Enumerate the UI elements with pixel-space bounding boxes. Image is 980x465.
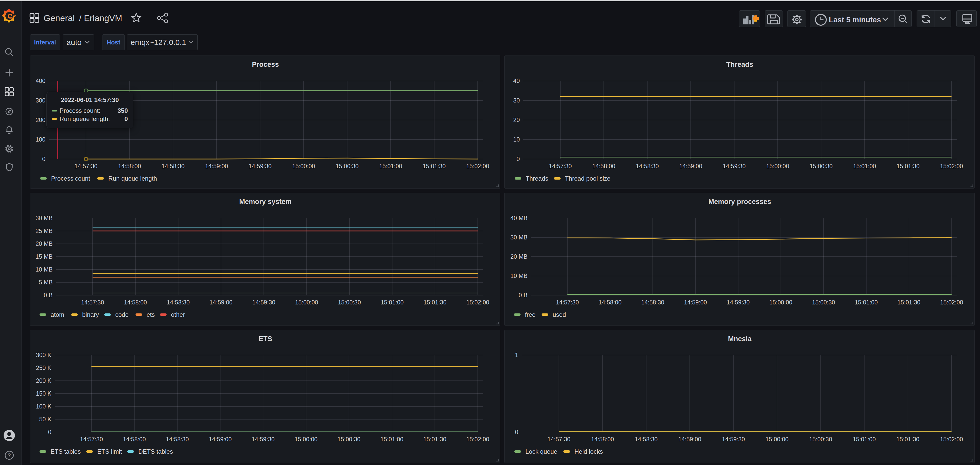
svg-text:14:59:30: 14:59:30 [727,299,750,306]
svg-text:Process: Process [252,61,279,68]
svg-text:15:01:30: 15:01:30 [423,436,446,443]
svg-text:Threads: Threads [726,61,753,68]
svg-text:150 K: 150 K [36,390,52,397]
svg-text:10 MB: 10 MB [36,266,52,273]
svg-text:0: 0 [42,156,45,162]
svg-text:free: free [525,311,535,318]
svg-text:20 MB: 20 MB [511,253,528,260]
svg-text:15:02:00: 15:02:00 [466,163,489,169]
svg-text:14:57:30: 14:57:30 [80,436,103,443]
svg-text:5 MB: 5 MB [39,279,52,286]
svg-text:15:01:30: 15:01:30 [896,436,920,443]
svg-text:ETS tables: ETS tables [51,448,81,455]
svg-text:100 K: 100 K [36,403,52,410]
svg-text:14:58:00: 14:58:00 [118,163,141,169]
svg-text:400: 400 [36,78,45,84]
svg-text:15:01:00: 15:01:00 [381,299,404,306]
svg-text:15:00:30: 15:00:30 [336,163,359,169]
svg-text:15:02:00: 15:02:00 [940,436,963,443]
svg-text:15:01:30: 15:01:30 [423,299,447,306]
svg-text:15:01:00: 15:01:00 [379,163,402,169]
svg-text:Lock queue: Lock queue [525,448,557,455]
svg-text:250 K: 250 K [36,364,52,371]
svg-text:ets: ets [146,311,155,318]
svg-text:14:59:00: 14:59:00 [684,299,707,306]
svg-text:200 K: 200 K [36,377,52,384]
svg-text:15:01:00: 15:01:00 [380,436,404,443]
svg-text:15:01:30: 15:01:30 [897,163,920,169]
svg-text:20 MB: 20 MB [36,240,52,247]
svg-text:14:58:00: 14:58:00 [591,436,614,443]
svg-text:14:59:30: 14:59:30 [722,436,745,443]
svg-text:50 K: 50 K [39,416,52,423]
svg-text:Mnesia: Mnesia [728,335,752,343]
svg-text:14:58:00: 14:58:00 [592,163,616,169]
svg-text:15:00:00: 15:00:00 [769,299,792,306]
svg-text:14:59:30: 14:59:30 [251,436,275,443]
svg-text:14:57:30: 14:57:30 [549,163,572,169]
svg-text:14:57:30: 14:57:30 [75,163,97,169]
svg-text:15:02:00: 15:02:00 [466,299,490,306]
svg-text:20: 20 [513,117,520,123]
svg-text:Thread pool size: Thread pool size [565,175,610,182]
svg-text:15:02:00: 15:02:00 [940,163,963,169]
svg-text:Run queue length: Run queue length [108,175,157,182]
svg-text:14:58:30: 14:58:30 [161,163,185,169]
svg-text:14:58:00: 14:58:00 [123,436,146,443]
svg-text:14:58:30: 14:58:30 [636,163,659,169]
svg-text:30 MB: 30 MB [511,234,528,241]
svg-text:ETS limit: ETS limit [97,448,122,455]
svg-text:Memory processes: Memory processes [708,198,771,206]
svg-text:?: ? [8,452,11,459]
svg-text:15:00:00: 15:00:00 [765,436,789,443]
svg-text:15:02:00: 15:02:00 [466,436,490,443]
svg-text:15:00:00: 15:00:00 [295,299,318,306]
svg-text:15:01:00: 15:01:00 [853,436,876,443]
svg-text:15:00:00: 15:00:00 [295,436,318,443]
svg-text:14:58:30: 14:58:30 [641,299,664,306]
svg-text:100: 100 [36,136,45,143]
svg-text:14:59:00: 14:59:00 [678,436,702,443]
svg-text:Threads: Threads [526,175,548,182]
svg-text:binary: binary [82,311,99,318]
svg-text:14:59:30: 14:59:30 [252,299,275,306]
svg-text:14:59:00: 14:59:00 [209,436,232,443]
svg-text:atom: atom [51,311,64,318]
svg-text:200: 200 [36,117,45,123]
svg-text:DETS tables: DETS tables [138,448,173,455]
svg-text:30 MB: 30 MB [36,215,52,221]
svg-text:15:00:30: 15:00:30 [810,163,833,169]
svg-text:15:01:30: 15:01:30 [897,299,920,306]
svg-text:General: General [44,13,75,23]
svg-text:15:00:00: 15:00:00 [766,163,789,169]
svg-text:14:58:30: 14:58:30 [635,436,658,443]
svg-text:300: 300 [36,97,45,104]
svg-text:0 B: 0 B [44,292,52,299]
svg-text:0: 0 [515,429,518,435]
svg-text:10 MB: 10 MB [511,273,528,279]
svg-text:14:59:30: 14:59:30 [723,163,746,169]
svg-text:14:58:30: 14:58:30 [167,299,190,306]
svg-text:15:00:00: 15:00:00 [292,163,315,169]
svg-text:40 MB: 40 MB [511,215,528,221]
svg-text:14:57:30: 14:57:30 [556,299,579,306]
svg-text:14:59:30: 14:59:30 [249,163,272,169]
svg-text:other: other [171,311,185,318]
svg-text:15:00:30: 15:00:30 [337,436,361,443]
svg-text:code: code [115,311,129,318]
svg-text:14:57:30: 14:57:30 [547,436,571,443]
svg-text:14:59:00: 14:59:00 [205,163,228,169]
svg-text:30: 30 [513,97,520,104]
svg-text:15:00:30: 15:00:30 [812,299,835,306]
svg-text:40: 40 [513,78,520,84]
svg-text:Last 5 minutes: Last 5 minutes [829,16,881,24]
svg-text:15:01:30: 15:01:30 [423,163,446,169]
svg-text:0 B: 0 B [519,292,528,299]
svg-text:/ ErlangVM: / ErlangVM [79,13,122,23]
svg-text:used: used [553,311,566,318]
svg-text:15:02:00: 15:02:00 [940,299,963,306]
svg-text:Process count: Process count [51,175,90,182]
svg-text:15:00:30: 15:00:30 [809,436,832,443]
svg-text:15:01:00: 15:01:00 [853,163,876,169]
svg-text:14:59:00: 14:59:00 [679,163,702,169]
